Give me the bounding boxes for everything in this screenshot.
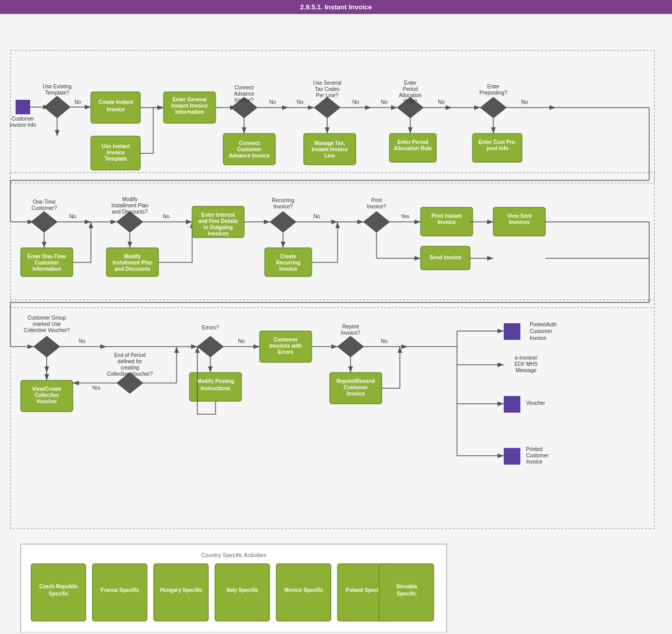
svg-text:Template?: Template? xyxy=(45,90,70,96)
svg-text:Collective Voucher?: Collective Voucher? xyxy=(107,371,153,377)
svg-text:Customer Group: Customer Group xyxy=(28,315,66,321)
svg-text:Manage Tax,: Manage Tax, xyxy=(314,140,345,146)
svg-text:Print: Print xyxy=(371,197,382,203)
svg-text:Use Instant: Use Instant xyxy=(102,143,130,149)
svg-text:Specific: Specific xyxy=(397,591,417,597)
svg-text:in Outgoing: in Outgoing xyxy=(204,224,233,230)
svg-text:Hungary Specific: Hungary Specific xyxy=(160,587,203,593)
svg-text:post Info: post Info xyxy=(487,146,508,151)
svg-text:Italy Specific: Italy Specific xyxy=(226,587,259,593)
svg-text:Information: Information xyxy=(33,266,61,272)
svg-text:Customer: Customer xyxy=(344,385,368,390)
svg-text:Reprint/Resend: Reprint/Resend xyxy=(337,378,375,384)
svg-text:Template: Template xyxy=(104,156,127,162)
svg-text:Customer: Customer xyxy=(274,337,298,342)
svg-text:Enter One-Time: Enter One-Time xyxy=(28,254,66,259)
svg-text:marked Use: marked Use xyxy=(33,321,61,327)
svg-rect-59 xyxy=(10,173,654,308)
svg-text:Invoices: Invoices xyxy=(208,231,229,236)
svg-text:No: No xyxy=(70,214,76,219)
svg-text:EDI/ MHS: EDI/ MHS xyxy=(515,361,538,367)
title-bar: 2.9.5.1. Instant Invoice xyxy=(0,0,672,14)
diamond-recurring xyxy=(270,212,296,232)
svg-text:Recurring: Recurring xyxy=(272,197,294,203)
svg-text:Create: Create xyxy=(280,254,297,259)
diamond-preposting xyxy=(480,97,506,118)
svg-text:Invoices with: Invoices with xyxy=(270,343,302,349)
svg-text:Voucher: Voucher xyxy=(526,400,545,406)
svg-text:Enter: Enter xyxy=(487,84,500,89)
box-posted-auth xyxy=(504,323,520,340)
svg-text:Create Instant: Create Instant xyxy=(99,99,133,105)
svg-text:Use Several: Use Several xyxy=(313,80,341,86)
svg-text:Modify: Modify xyxy=(122,196,137,202)
svg-text:Invoice: Invoice xyxy=(279,266,298,272)
diagram-area: Customer Invoice Info Use Existing Templ… xyxy=(0,14,672,634)
svg-text:Enter Interest: Enter Interest xyxy=(201,212,235,218)
page-container: 2.9.5.1. Instant Invoice Customer Invoic… xyxy=(0,0,672,634)
diamond-one-time-customer xyxy=(31,212,57,232)
svg-text:and Fine Details: and Fine Details xyxy=(198,218,238,224)
svg-text:Enter: Enter xyxy=(404,80,417,86)
svg-text:Invoice Info: Invoice Info xyxy=(9,122,36,128)
svg-text:Print Instant: Print Instant xyxy=(432,213,462,219)
svg-text:Advance Invoice: Advance Invoice xyxy=(229,153,270,158)
svg-text:Invoice: Invoice xyxy=(107,107,125,112)
diamond-errors xyxy=(197,336,223,357)
svg-text:e-Invoice/: e-Invoice/ xyxy=(515,355,537,361)
svg-text:and Discounts?: and Discounts? xyxy=(112,209,148,215)
svg-text:Invoice?: Invoice? xyxy=(341,330,360,336)
svg-text:Instant Invoice: Instant Invoice xyxy=(312,147,348,152)
svg-text:Installment Plan: Installment Plan xyxy=(111,203,148,208)
svg-text:Voucher: Voucher xyxy=(36,399,57,404)
svg-text:View/Create: View/Create xyxy=(32,386,62,392)
svg-text:Customer: Customer xyxy=(530,328,553,334)
svg-text:Modify: Modify xyxy=(124,254,141,259)
svg-text:No: No xyxy=(238,338,245,344)
svg-text:No: No xyxy=(270,99,276,105)
svg-text:Reprint: Reprint xyxy=(342,324,359,329)
diamond-collective-voucher xyxy=(34,336,60,357)
svg-text:Printed: Printed xyxy=(526,446,543,452)
svg-text:Modify Posting: Modify Posting xyxy=(197,378,234,384)
svg-text:Customer: Customer xyxy=(237,147,262,152)
diamond-use-template xyxy=(44,96,70,118)
svg-text:Information: Information xyxy=(176,109,204,115)
svg-text:Period: Period xyxy=(403,86,418,92)
svg-text:Errors: Errors xyxy=(278,349,293,355)
diamond-installment xyxy=(117,212,143,232)
diamond-tax-codes xyxy=(314,97,340,118)
svg-text:One-Time: One-Time xyxy=(33,199,56,205)
svg-text:France Specific: France Specific xyxy=(101,587,139,593)
svg-text:Allocation: Allocation xyxy=(399,93,421,98)
svg-text:Invoice?: Invoice? xyxy=(273,204,293,209)
svg-text:Invoices: Invoices xyxy=(509,219,530,225)
svg-text:No: No xyxy=(381,338,388,344)
svg-text:No: No xyxy=(79,338,86,344)
svg-text:Collective Voucher?: Collective Voucher? xyxy=(24,327,70,333)
svg-text:No: No xyxy=(163,214,170,219)
customer-invoice-label: Customer xyxy=(11,116,34,122)
svg-text:Send Invoice: Send Invoice xyxy=(429,255,462,260)
svg-text:Errors?: Errors? xyxy=(202,325,219,331)
customer-invoice-start xyxy=(16,100,30,114)
svg-text:Rule?: Rule? xyxy=(404,99,418,104)
svg-text:Customer: Customer xyxy=(35,260,59,266)
svg-text:Invoice?: Invoice? xyxy=(234,97,254,103)
svg-text:Invoice: Invoice xyxy=(530,335,546,341)
svg-text:Enter General: Enter General xyxy=(172,97,207,102)
svg-rect-111 xyxy=(10,300,654,529)
svg-text:Use Existing: Use Existing xyxy=(43,84,72,89)
svg-text:No: No xyxy=(297,99,304,105)
svg-text:No: No xyxy=(381,99,388,105)
svg-text:Instant Invoice: Instant Invoice xyxy=(171,103,208,109)
box-printed-invoice xyxy=(504,448,520,465)
svg-text:Invoice: Invoice xyxy=(526,459,543,465)
svg-text:Mexico Specific: Mexico Specific xyxy=(284,587,323,593)
svg-text:PostedAuth: PostedAuth xyxy=(530,322,557,327)
svg-text:Connect: Connect xyxy=(239,140,260,146)
svg-text:defined for: defined for xyxy=(117,359,142,364)
svg-text:Enter Cust Pre-: Enter Cust Pre- xyxy=(479,139,517,145)
svg-text:Invoice: Invoice xyxy=(347,391,365,397)
svg-text:Advance: Advance xyxy=(234,91,254,97)
